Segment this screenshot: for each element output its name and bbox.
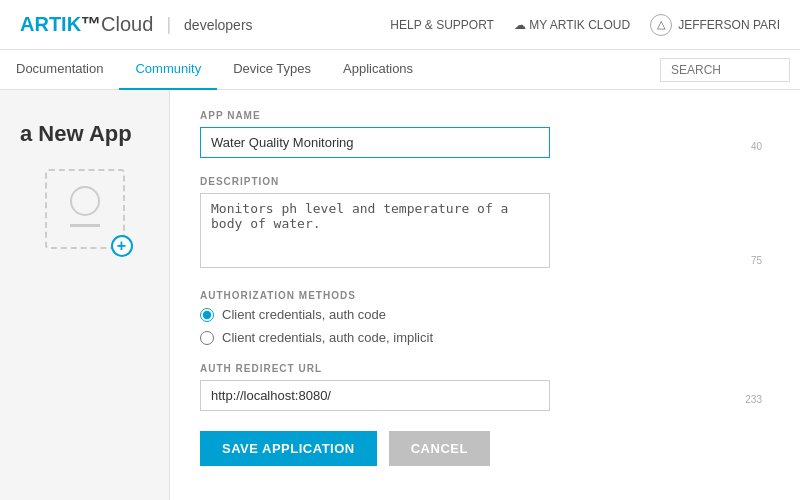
radio-input-option1[interactable] <box>200 308 214 322</box>
sidebar-title: a New App <box>20 120 149 149</box>
header-right: HELP & SUPPORT ☁ MY ARTIK CLOUD △ JEFFER… <box>390 14 780 36</box>
header: ARTIK™Cloud | developers HELP & SUPPORT … <box>0 0 800 50</box>
auth-redirect-group: AUTH REDIRECT URL 233 <box>200 363 770 411</box>
description-input-wrapper: Monitors ph level and temperature of a b… <box>200 193 770 272</box>
app-name-input-wrapper: 40 <box>200 127 770 158</box>
logo-divider: | <box>161 14 176 35</box>
help-support-link[interactable]: HELP & SUPPORT <box>390 18 494 32</box>
logo-cloud: Cloud <box>101 13 153 35</box>
nav-item-applications[interactable]: Applications <box>327 50 429 90</box>
user-avatar-icon: △ <box>650 14 672 36</box>
auth-redirect-char-count: 233 <box>745 394 762 405</box>
sidebar: a New App + <box>0 90 170 500</box>
logo-area: ARTIK™Cloud | developers <box>20 13 253 36</box>
description-char-count: 75 <box>751 255 762 266</box>
nav-item-community[interactable]: Community <box>119 50 217 90</box>
app-name-label: APP NAME <box>200 110 770 121</box>
circle-icon <box>70 186 100 216</box>
sidebar-inner: a New App + <box>20 120 149 249</box>
description-label: DESCRIPTION <box>200 176 770 187</box>
user-area[interactable]: △ JEFFERSON PARI <box>650 14 780 36</box>
my-artik-cloud-link[interactable]: ☁ MY ARTIK CLOUD <box>514 18 630 32</box>
logo-artik: ARTIK <box>20 13 81 35</box>
logo-trademark: ™ <box>81 13 101 35</box>
radio-group: Client credentials, auth code Client cre… <box>200 307 770 345</box>
search-input[interactable] <box>660 58 790 82</box>
nav-item-documentation[interactable]: Documentation <box>0 50 119 90</box>
nav-item-device-types[interactable]: Device Types <box>217 50 327 90</box>
description-group: DESCRIPTION Monitors ph level and temper… <box>200 176 770 272</box>
radio-label-option1: Client credentials, auth code <box>222 307 386 322</box>
radio-label-option2: Client credentials, auth code, implicit <box>222 330 433 345</box>
nav-bar: Documentation Community Device Types App… <box>0 50 800 90</box>
sidebar-icon-area: + <box>20 169 149 249</box>
logo-text: ARTIK™Cloud <box>20 13 153 36</box>
auth-methods-label: AUTHORIZATION METHODS <box>200 290 770 301</box>
main-content: a New App + APP NAME 40 DESCRIPTION <box>0 90 800 500</box>
radio-input-option2[interactable] <box>200 331 214 345</box>
cloud-icon: ☁ <box>514 18 526 32</box>
auth-redirect-label: AUTH REDIRECT URL <box>200 363 770 374</box>
auth-redirect-input-wrapper: 233 <box>200 380 770 411</box>
search-area <box>660 58 790 82</box>
plus-icon[interactable]: + <box>111 235 133 257</box>
auth-redirect-input[interactable] <box>200 380 550 411</box>
save-application-button[interactable]: SAVE APPLICATION <box>200 431 377 466</box>
button-area: SAVE APPLICATION CANCEL <box>200 431 770 466</box>
auth-methods-group: AUTHORIZATION METHODS Client credentials… <box>200 290 770 345</box>
logo-developers: developers <box>184 17 253 33</box>
app-name-input[interactable] <box>200 127 550 158</box>
form-content: APP NAME 40 DESCRIPTION Monitors ph leve… <box>170 90 800 500</box>
user-name: JEFFERSON PARI <box>678 18 780 32</box>
dash-icon <box>70 224 100 227</box>
app-placeholder-icon: + <box>45 169 125 249</box>
app-name-group: APP NAME 40 <box>200 110 770 158</box>
description-textarea[interactable]: Monitors ph level and temperature of a b… <box>200 193 550 268</box>
radio-auth-option1[interactable]: Client credentials, auth code <box>200 307 770 322</box>
app-name-char-count: 40 <box>751 141 762 152</box>
cancel-button[interactable]: CANCEL <box>389 431 490 466</box>
radio-auth-option2[interactable]: Client credentials, auth code, implicit <box>200 330 770 345</box>
